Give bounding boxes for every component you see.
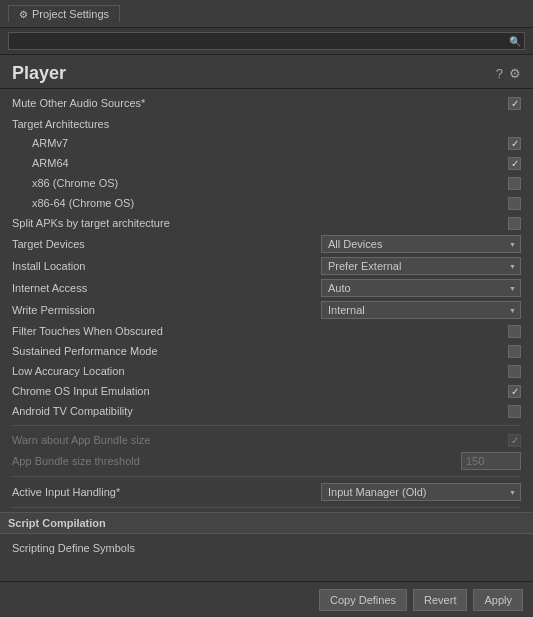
gear-icon: ⚙ <box>19 9 28 20</box>
bundle-threshold-label: App Bundle size threshold <box>12 455 140 467</box>
active-input-label: Active Input Handling* <box>12 486 120 498</box>
android-tv-label: Android TV Compatibility <box>12 405 133 417</box>
split-apks-label: Split APKs by target architecture <box>12 217 170 229</box>
mute-audio-label: Mute Other Audio Sources* <box>12 97 145 109</box>
row-armv7: ARMv7 <box>12 133 521 153</box>
low-accuracy-checkbox[interactable] <box>508 365 521 378</box>
bundle-threshold-input[interactable] <box>461 452 521 470</box>
bundle-threshold-control <box>461 452 521 470</box>
script-compilation-header: Script Compilation <box>0 512 533 534</box>
panel-icons: ? ⚙ <box>496 66 521 81</box>
filter-touches-control <box>508 325 521 338</box>
row-android-tv: Android TV Compatibility <box>12 401 521 421</box>
panel-title: Player <box>12 63 66 84</box>
install-location-label: Install Location <box>12 260 85 272</box>
internet-access-control: Auto Require None <box>321 279 521 297</box>
warn-bundle-control <box>508 434 521 447</box>
divider-3 <box>12 507 521 508</box>
split-apks-checkbox[interactable] <box>508 217 521 230</box>
row-target-devices: Target Devices All Devices Phones Only T… <box>12 233 521 255</box>
content-area: Mute Other Audio Sources* Target Archite… <box>0 89 533 554</box>
split-apks-control <box>508 217 521 230</box>
mute-audio-control <box>508 97 521 110</box>
defines-section: Scripting Define Symbols — UNITY_ONLY + … <box>12 534 521 554</box>
row-low-accuracy: Low Accuracy Location <box>12 361 521 381</box>
target-arch-label: Target Architectures <box>12 115 109 131</box>
sustained-perf-label: Sustained Performance Mode <box>12 345 158 357</box>
row-active-input: Active Input Handling* Input Manager (Ol… <box>12 481 521 503</box>
search-wrap: 🔍 <box>8 32 525 50</box>
apply-button[interactable]: Apply <box>473 589 523 611</box>
copy-defines-button[interactable]: Copy Defines <box>319 589 407 611</box>
android-tv-checkbox[interactable] <box>508 405 521 418</box>
mute-audio-checkbox[interactable] <box>508 97 521 110</box>
row-warn-bundle: Warn about App Bundle size <box>12 430 521 450</box>
armv7-checkbox[interactable] <box>508 137 521 150</box>
revert-button[interactable]: Revert <box>413 589 467 611</box>
arm64-checkbox[interactable] <box>508 157 521 170</box>
armv7-control <box>508 137 521 150</box>
install-location-control: Prefer External Force Internal Prefer In… <box>321 257 521 275</box>
row-x86: x86 (Chrome OS) <box>12 173 521 193</box>
row-target-arch: Target Architectures <box>12 113 521 133</box>
title-bar: ⚙ Project Settings <box>0 0 533 28</box>
x8664-label: x86-64 (Chrome OS) <box>32 197 134 209</box>
search-input[interactable] <box>8 32 525 50</box>
low-accuracy-control <box>508 365 521 378</box>
target-devices-control: All Devices Phones Only Tablets Only <box>321 235 521 253</box>
row-mute-audio: Mute Other Audio Sources* <box>12 93 521 113</box>
row-arm64: ARM64 <box>12 153 521 173</box>
row-filter-touches: Filter Touches When Obscured <box>12 321 521 341</box>
row-split-apks: Split APKs by target architecture <box>12 213 521 233</box>
defines-label: Scripting Define Symbols <box>12 538 521 554</box>
arm64-control <box>508 157 521 170</box>
script-compilation-label: Script Compilation <box>8 517 106 529</box>
sustained-perf-checkbox[interactable] <box>508 345 521 358</box>
row-install-location: Install Location Prefer External Force I… <box>12 255 521 277</box>
chrome-os-input-checkbox[interactable] <box>508 385 521 398</box>
internet-access-label: Internet Access <box>12 282 87 294</box>
title-bar-label: Project Settings <box>32 8 109 20</box>
android-tv-control <box>508 405 521 418</box>
install-location-select[interactable]: Prefer External Force Internal Prefer In… <box>321 257 521 275</box>
target-devices-select[interactable]: All Devices Phones Only Tablets Only <box>321 235 521 253</box>
row-write-permission: Write Permission Internal External (SDCa… <box>12 299 521 321</box>
warn-bundle-checkbox[interactable] <box>508 434 521 447</box>
internet-access-select[interactable]: Auto Require None <box>321 279 521 297</box>
chrome-os-input-label: Chrome OS Input Emulation <box>12 385 150 397</box>
search-bar: 🔍 <box>0 28 533 55</box>
search-icon: 🔍 <box>509 36 521 47</box>
x86-checkbox[interactable] <box>508 177 521 190</box>
row-chrome-os-input: Chrome OS Input Emulation <box>12 381 521 401</box>
low-accuracy-label: Low Accuracy Location <box>12 365 125 377</box>
armv7-label: ARMv7 <box>32 137 68 149</box>
warn-bundle-label: Warn about App Bundle size <box>12 434 150 446</box>
filter-touches-checkbox[interactable] <box>508 325 521 338</box>
settings-icon[interactable]: ⚙ <box>509 66 521 81</box>
write-permission-select[interactable]: Internal External (SDCard) <box>321 301 521 319</box>
write-permission-control: Internal External (SDCard) <box>321 301 521 319</box>
panel-header: Player ? ⚙ <box>0 55 533 89</box>
bottom-bar: Copy Defines Revert Apply <box>0 581 533 617</box>
x8664-control <box>508 197 521 210</box>
active-input-select[interactable]: Input Manager (Old) Input System Package… <box>321 483 521 501</box>
chrome-os-input-control <box>508 385 521 398</box>
x8664-checkbox[interactable] <box>508 197 521 210</box>
row-x8664: x86-64 (Chrome OS) <box>12 193 521 213</box>
sustained-perf-control <box>508 345 521 358</box>
title-bar-tab[interactable]: ⚙ Project Settings <box>8 5 120 22</box>
target-devices-label: Target Devices <box>12 238 85 250</box>
row-sustained-perf: Sustained Performance Mode <box>12 341 521 361</box>
active-input-control: Input Manager (Old) Input System Package… <box>321 483 521 501</box>
divider-2 <box>12 476 521 477</box>
divider-1 <box>12 425 521 426</box>
x86-label: x86 (Chrome OS) <box>32 177 118 189</box>
write-permission-label: Write Permission <box>12 304 95 316</box>
x86-control <box>508 177 521 190</box>
arm64-label: ARM64 <box>32 157 69 169</box>
filter-touches-label: Filter Touches When Obscured <box>12 325 163 337</box>
row-bundle-threshold: App Bundle size threshold <box>12 450 521 472</box>
row-internet-access: Internet Access Auto Require None <box>12 277 521 299</box>
help-icon[interactable]: ? <box>496 66 503 81</box>
